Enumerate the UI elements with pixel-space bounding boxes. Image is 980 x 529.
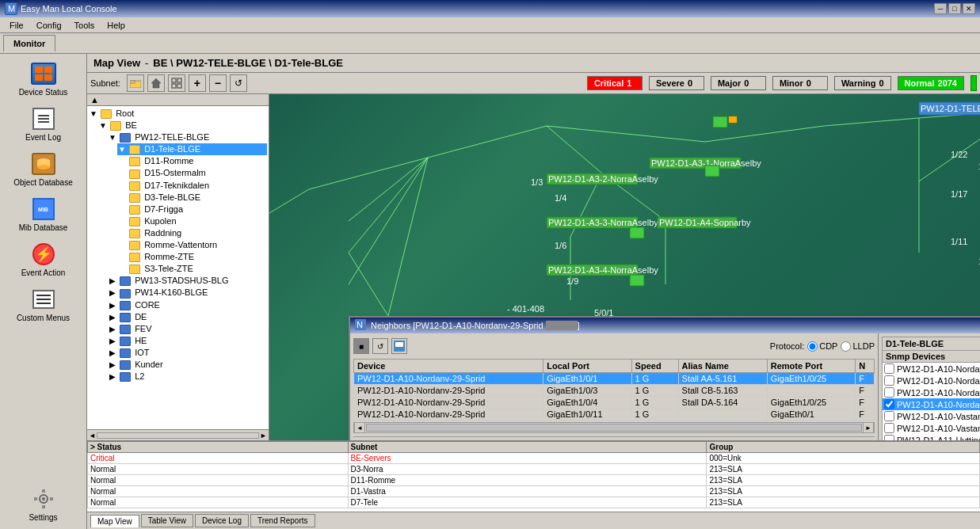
cdp-radio-label[interactable]: CDP <box>807 341 837 352</box>
titlebar: M Easy Man Local Console ─ □ ✕ <box>0 0 980 17</box>
folder-button[interactable] <box>127 74 144 92</box>
scroll-right[interactable]: ► <box>863 422 874 433</box>
tree-pw13-stadshus[interactable]: ▶ PW13-STADSHUS-BLG <box>108 275 267 287</box>
tree-core[interactable]: ▶ CORE <box>108 299 267 311</box>
tree-raddning[interactable]: Raddning <box>117 227 267 239</box>
tree-d15-ostermalm[interactable]: D15-Ostermalm <box>117 167 267 179</box>
tree-s3-tele-zte[interactable]: S3-Tele-ZTE <box>117 263 267 275</box>
maximize-button[interactable]: □ <box>948 3 961 14</box>
snmp-checkbox-selected[interactable] <box>884 399 894 409</box>
neighbors-content: ■ ↺ Protocol: CDP <box>350 333 980 440</box>
lldp-radio[interactable] <box>841 341 851 352</box>
reload-button[interactable]: ↺ <box>372 338 388 354</box>
tree-d11-romme[interactable]: D11-Romme <box>117 155 267 167</box>
cdp-radio[interactable] <box>807 341 818 352</box>
stop-button[interactable]: ■ <box>353 338 369 354</box>
svg-rect-13 <box>50 497 53 500</box>
table-row[interactable]: PW12-D1-A10-Nordanv-29-Sprid GigaEth1/0/… <box>354 409 875 421</box>
tree-scroll-right[interactable]: ► <box>260 432 267 440</box>
home-button[interactable] <box>147 74 165 92</box>
table-row[interactable]: PW12-D1-A10-Nordanv-29-Sprid GigaEth1/0/… <box>354 385 875 397</box>
snmp-item[interactable]: PW12-D1-A10-Vastanv-40-BB v2c <box>883 422 980 434</box>
status-row[interactable]: Critical BE-Servers 000=Unk <box>88 453 980 464</box>
svg-line-29 <box>705 126 824 142</box>
menu-help[interactable]: Help <box>101 19 132 32</box>
menu-tools[interactable]: Tools <box>68 19 101 32</box>
app-icon: M <box>5 2 17 15</box>
tree-kupolen[interactable]: Kupolen <box>117 215 267 227</box>
tree-d1-tele-blge[interactable]: ▼ D1-Tele-BLGE <box>117 143 267 155</box>
tree-scroll-left[interactable]: ◄ <box>89 432 96 440</box>
sidebar-item-event-log[interactable]: Event Log <box>4 102 83 146</box>
tree-header: ▲ <box>87 94 269 106</box>
refresh-button[interactable]: ↺ <box>230 74 247 92</box>
svg-rect-17 <box>172 78 176 82</box>
sidebar-item-mib-database[interactable]: MIB Mib Database <box>4 192 83 236</box>
table-hscroll[interactable]: ◄ ► <box>353 422 875 433</box>
status-row[interactable]: Normal D3-Norra 213=SLA <box>88 464 980 475</box>
snmp-item[interactable]: PW12-D1-A10-Nordanv-21-AA v2c <box>883 375 980 386</box>
scroll-left[interactable]: ◄ <box>354 422 365 433</box>
snmp-item[interactable]: PW12-D1-A10-Nordanv-11-DA v2c <box>883 363 980 375</box>
sidebar-item-settings[interactable]: Settings <box>4 482 83 526</box>
snmp-checkbox[interactable] <box>884 363 894 374</box>
lldp-radio-label[interactable]: LLDP <box>841 341 875 352</box>
monitor-tab[interactable]: Monitor <box>3 35 55 51</box>
tree-hscroll[interactable]: ◄ ► <box>87 429 269 440</box>
snmp-checkbox[interactable] <box>884 435 894 440</box>
sidebar-item-custom-menus[interactable]: Custom Menus <box>4 283 83 326</box>
snmp-item[interactable]: PW12-D1-A10-Nordanv-29-BA v2c <box>883 386 980 398</box>
snmp-checkbox[interactable] <box>884 411 894 421</box>
tree-d3-tele-blge[interactable]: D3-Tele-BLGE <box>117 192 267 204</box>
menu-config[interactable]: Config <box>30 19 68 32</box>
snmp-item-selected[interactable]: PW12-D1-A10-Nordanv-29-Sprid v2c <box>883 398 980 410</box>
sidebar-item-event-action[interactable]: ⚡ Event Action <box>4 238 83 281</box>
map-canvas[interactable]: 1/3 1/4 1/5 1/6 1/9 1/22 15 1/17 1/13 1/… <box>269 94 980 440</box>
minimize-button[interactable]: ─ <box>934 3 947 14</box>
tree-hscrollbar[interactable] <box>97 432 259 439</box>
tree-pw14-k160[interactable]: ▶ PW14-K160-BLGE <box>108 287 267 299</box>
tree-scroll-up[interactable]: ▲ <box>90 95 99 105</box>
status-row[interactable]: Normal D7-Tele 213=SLA <box>88 497 980 508</box>
tree-be[interactable]: ▼ BE <box>98 120 267 131</box>
tree-kunder[interactable]: ▶ Kunder <box>108 359 267 371</box>
tree-d7-frigga[interactable]: D7-Frigga <box>117 204 267 215</box>
tab-device-log[interactable]: Device Log <box>195 514 249 527</box>
snmp-checkbox[interactable] <box>884 375 894 386</box>
save-button[interactable] <box>391 338 407 354</box>
tree-romme-vattentorn[interactable]: Romme-Vattentorn <box>117 239 267 251</box>
scroll-thumb[interactable] <box>366 424 862 432</box>
device-status-label: Device Status <box>19 88 68 97</box>
tree-iot[interactable]: ▶ IOT <box>108 347 267 359</box>
tab-trend-reports[interactable]: Trend Reports <box>250 514 315 527</box>
snmp-item[interactable]: PW12-D1-A11-Hytting v2c <box>883 434 980 440</box>
tree-root[interactable]: ▼ Root <box>89 108 267 120</box>
zoom-in-button[interactable]: + <box>189 74 206 92</box>
zoom-out-button[interactable]: − <box>209 74 227 92</box>
normal-value: 2074 <box>938 78 957 88</box>
tree-content[interactable]: ▼ Root ▼ BE ▼ PW12-TELE-BLGE <box>87 106 269 429</box>
status-row[interactable]: Normal D1-Vastra 213=SLA <box>88 486 980 497</box>
sidebar-item-object-database[interactable]: Object Database <box>4 147 83 191</box>
tab-table-view[interactable]: Table View <box>141 514 193 527</box>
snmp-checkbox[interactable] <box>884 423 894 433</box>
snmp-item[interactable]: PW12-D1-A10-Vastanv-28-CA v2c <box>883 410 980 422</box>
tree-de[interactable]: ▶ DE <box>108 311 267 323</box>
tree-l2[interactable]: ▶ L2 <box>108 371 267 382</box>
expand-button[interactable] <box>168 74 185 92</box>
menu-file[interactable]: File <box>3 19 30 32</box>
tree-d17-teknikdalen[interactable]: D17-Teknikdalen <box>117 180 267 192</box>
status-row[interactable]: Normal D11-Romme 213=SLA <box>88 475 980 486</box>
tree-romme-zte[interactable]: Romme-ZTE <box>117 251 267 263</box>
neighbors-titlebar[interactable]: N Neighbors [PW12-D1-A10-Nordanv-29-Spri… <box>350 318 980 333</box>
tree-pw12-tele-blge[interactable]: ▼ PW12-TELE-BLGE <box>108 131 267 143</box>
snmp-checkbox[interactable] <box>884 387 894 398</box>
tab-map-view[interactable]: Map View <box>90 515 139 527</box>
tree-fev[interactable]: ▶ FEV <box>108 323 267 335</box>
close-button[interactable]: ✕ <box>963 3 975 14</box>
col-speed: Speed <box>631 360 678 373</box>
tree-he[interactable]: ▶ HE <box>108 335 267 347</box>
sidebar-item-device-status[interactable]: Device Status <box>4 57 83 101</box>
table-row[interactable]: PW12-D1-A10-Nordanv-29-Sprid GigaEth1/0/… <box>354 373 875 385</box>
table-row[interactable]: PW12-D1-A10-Nordanv-29-Sprid GigaEth1/0/… <box>354 397 875 409</box>
